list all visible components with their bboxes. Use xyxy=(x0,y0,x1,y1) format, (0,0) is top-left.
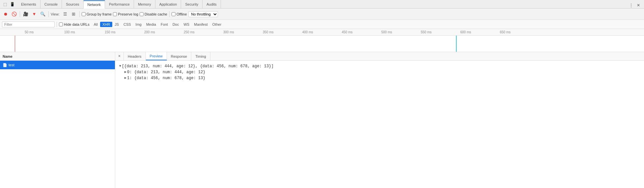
preview-child-0[interactable]: ▶ 0: {data: 213, num: 444, age: 12} xyxy=(124,69,640,75)
timeline-tick: 250 ms xyxy=(184,30,195,34)
filter-btn-all[interactable]: All xyxy=(92,22,100,27)
tab-elements[interactable]: Elements xyxy=(17,0,40,8)
preview-child-1[interactable]: ▶ 1: {data: 456, num: 678, age: 13} xyxy=(124,75,640,81)
devtools-actions: ⋮ ✕ xyxy=(626,2,644,8)
timeline-tick: 200 ms xyxy=(144,30,155,34)
video-icon[interactable]: 🎥 xyxy=(22,11,29,18)
preview-root-line[interactable]: ▼ [{data: 213, num: 444, age: 12}, {data… xyxy=(119,63,640,69)
filter-btn-media[interactable]: Media xyxy=(144,22,158,27)
timeline-tick: 650 ms xyxy=(500,30,511,34)
toolbar-divider-2 xyxy=(48,11,49,17)
network-row-test[interactable]: 📄 test xyxy=(0,61,115,69)
filter-btn-other[interactable]: Other xyxy=(210,22,224,27)
disable-cache-label[interactable]: Disable cache xyxy=(140,12,167,16)
preview-children: ▶ 0: {data: 213, num: 444, age: 12} ▶ 1:… xyxy=(119,69,640,81)
tab-application[interactable]: Application xyxy=(155,0,181,8)
timeline-tick: 150 ms xyxy=(105,30,116,34)
group-by-frame-checkbox[interactable] xyxy=(82,12,86,16)
devtools-icons: ⬚ 📱 xyxy=(0,0,17,8)
network-toolbar: ⏺ 🚫 🎥 ▼ 🔍 View: ☰ ⊞ Group by frame Prese… xyxy=(0,9,644,20)
timeline-red-marker xyxy=(15,36,15,52)
filter-input[interactable] xyxy=(2,21,55,27)
clear-button[interactable]: 🚫 xyxy=(11,11,18,18)
inspect-icon[interactable]: ⬚ xyxy=(2,1,8,7)
tab-performance[interactable]: Performance xyxy=(105,0,134,8)
timeline-tick: 100 ms xyxy=(64,30,75,34)
timeline-tick: 50 ms xyxy=(25,30,34,34)
network-row-test-name: test xyxy=(9,63,14,67)
timeline-tick: 550 ms xyxy=(421,30,432,34)
record-button[interactable]: ⏺ xyxy=(2,11,9,18)
close-devtools-icon[interactable]: ✕ xyxy=(635,2,641,8)
filter-btn-img[interactable]: Img xyxy=(133,22,144,27)
preview-tab-response[interactable]: Response xyxy=(167,52,192,60)
name-column-header: Name xyxy=(0,52,115,61)
filter-btn-doc[interactable]: Doc xyxy=(170,22,181,27)
timeline-tick: 400 ms xyxy=(302,30,313,34)
name-panel: Name 📄 test xyxy=(0,52,115,188)
filter-btn-font[interactable]: Font xyxy=(158,22,170,27)
filter-bar: Hide data URLs AllXHRJSCSSImgMediaFontDo… xyxy=(0,20,644,29)
filter-type-buttons: AllXHRJSCSSImgMediaFontDocWSManifestOthe… xyxy=(92,22,224,27)
search-icon[interactable]: 🔍 xyxy=(39,11,46,18)
preserve-log-checkbox[interactable] xyxy=(113,12,117,16)
timeline-tick: 300 ms xyxy=(223,30,234,34)
tab-memory[interactable]: Memory xyxy=(134,0,155,8)
offline-checkbox[interactable] xyxy=(172,12,175,16)
preview-tab-headers[interactable]: Headers xyxy=(124,52,146,60)
preview-close-button[interactable]: × xyxy=(115,52,124,60)
timeline-tick: 600 ms xyxy=(460,30,471,34)
more-icon[interactable]: ⋮ xyxy=(628,2,634,8)
file-icon: 📄 xyxy=(3,63,7,67)
filter-divider xyxy=(57,22,57,27)
preview-root-text: [{data: 213, num: 444, age: 12}, {data: … xyxy=(122,63,274,69)
filter-btn-manifest[interactable]: Manifest xyxy=(192,22,210,27)
toolbar-divider-4 xyxy=(169,11,170,17)
hide-data-urls-label[interactable]: Hide data URLs xyxy=(59,22,90,26)
tab-bar: ⬚ 📱 Elements Console Sources Network Per… xyxy=(0,0,644,9)
filter-btn-ws[interactable]: WS xyxy=(181,22,192,27)
tab-sources[interactable]: Sources xyxy=(62,0,83,8)
timeline-ruler: 50 ms100 ms150 ms200 ms250 ms300 ms350 m… xyxy=(0,29,644,36)
toolbar-divider-1 xyxy=(20,11,20,17)
child-0-toggle-icon[interactable]: ▶ xyxy=(124,69,126,75)
timeline-tick: 500 ms xyxy=(381,30,392,34)
preview-panel: × Headers Preview Response Timing ▼ [{da… xyxy=(115,52,644,188)
toolbar-divider-3 xyxy=(79,11,80,17)
throttle-select[interactable]: No throttling xyxy=(188,11,218,17)
root-toggle-icon[interactable]: ▼ xyxy=(119,63,121,69)
tab-security[interactable]: Security xyxy=(181,0,202,8)
timeline-tick: 350 ms xyxy=(263,30,274,34)
offline-label[interactable]: Offline xyxy=(172,12,187,16)
tab-network[interactable]: Network xyxy=(84,0,105,9)
filter-btn-xhr[interactable]: XHR xyxy=(100,22,112,27)
hide-data-urls-checkbox[interactable] xyxy=(59,22,63,26)
preview-content: ▼ [{data: 213, num: 444, age: 12}, {data… xyxy=(115,61,644,188)
preserve-log-label[interactable]: Preserve log xyxy=(113,12,138,16)
tab-audits[interactable]: Audits xyxy=(202,0,221,8)
filter-icon[interactable]: ▼ xyxy=(31,11,38,18)
child-1-toggle-icon[interactable]: ▶ xyxy=(124,75,126,81)
view-list-icon[interactable]: ☰ xyxy=(62,11,69,18)
main-content: Name 📄 test × Headers Preview Response T… xyxy=(0,52,644,188)
disable-cache-checkbox[interactable] xyxy=(140,12,144,16)
preview-child-1-text: 1: {data: 456, num: 678, age: 13} xyxy=(127,75,205,81)
timeline: 50 ms100 ms150 ms200 ms250 ms300 ms350 m… xyxy=(0,29,644,52)
view-grid-icon[interactable]: ⊞ xyxy=(70,11,77,18)
preview-child-0-text: 0: {data: 213, num: 444, age: 12} xyxy=(127,69,205,75)
timeline-teal-marker xyxy=(456,36,457,52)
filter-btn-js[interactable]: JS xyxy=(112,22,121,27)
view-label: View: xyxy=(51,12,60,16)
filter-btn-css[interactable]: CSS xyxy=(121,22,133,27)
group-by-frame-label[interactable]: Group by frame xyxy=(82,12,112,16)
preview-tabs: × Headers Preview Response Timing xyxy=(115,52,644,61)
preview-tab-timing[interactable]: Timing xyxy=(191,52,210,60)
device-icon[interactable]: 📱 xyxy=(9,1,15,7)
tab-console[interactable]: Console xyxy=(40,0,62,8)
timeline-tick: 450 ms xyxy=(342,30,353,34)
preview-tab-preview[interactable]: Preview xyxy=(146,52,167,60)
